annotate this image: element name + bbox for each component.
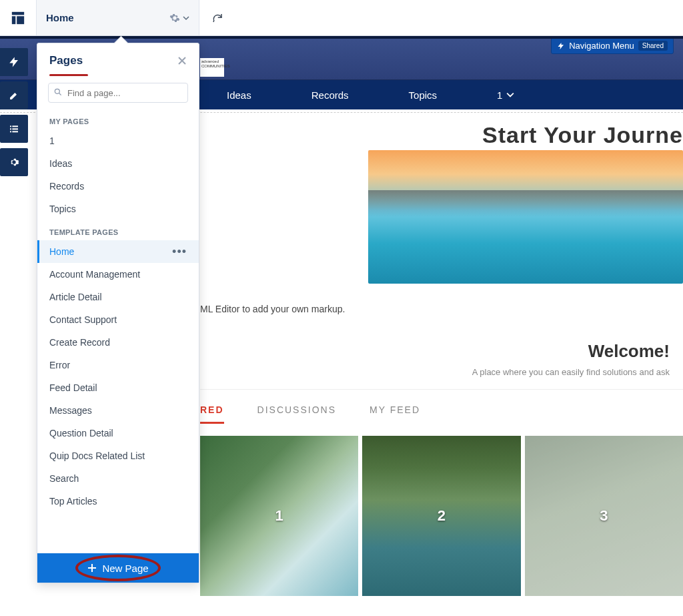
shared-badge: Shared: [638, 41, 668, 51]
page-item[interactable]: Records: [37, 175, 199, 198]
svg-rect-0: [12, 11, 24, 15]
page-item[interactable]: Feed Detail: [37, 376, 199, 399]
rail-edit-button[interactable]: [0, 81, 28, 109]
svg-rect-7: [10, 131, 11, 132]
navigation-menu-label: Navigation Menu: [569, 41, 634, 51]
search-input[interactable]: [48, 83, 188, 103]
svg-rect-4: [12, 125, 18, 127]
hero-image: [368, 150, 683, 284]
page-item[interactable]: Contact Support: [37, 308, 199, 331]
page-item[interactable]: Create Record: [37, 331, 199, 354]
topic-card[interactable]: 2: [362, 436, 520, 596]
app-logo[interactable]: [0, 0, 37, 35]
svg-rect-6: [12, 128, 18, 129]
left-rail: [0, 36, 29, 176]
refresh-icon[interactable]: [211, 12, 223, 24]
new-page-label: New Page: [102, 563, 148, 574]
current-page-label: Home: [46, 12, 74, 23]
svg-point-9: [55, 89, 59, 93]
page-item[interactable]: Top Articles: [37, 490, 199, 513]
popover-title: Pages: [49, 54, 83, 67]
title-underline-mark: [49, 74, 88, 76]
list-icon: [9, 123, 19, 134]
nav-item[interactable]: 1: [497, 89, 514, 101]
gear-icon: [9, 157, 19, 168]
top-bar: Home: [0, 0, 683, 36]
close-icon[interactable]: [177, 56, 187, 65]
svg-rect-2: [17, 16, 24, 24]
page-selector[interactable]: Home: [37, 0, 199, 35]
nav-item[interactable]: Records: [311, 89, 349, 101]
rail-settings-button[interactable]: [0, 148, 28, 176]
page-item[interactable]: Topics: [37, 198, 199, 220]
search-icon: [53, 87, 63, 97]
pages-popover: Pages MY PAGES 1 Ideas Records Topics TE…: [37, 43, 199, 583]
chevron-down-icon: [506, 91, 514, 99]
svg-rect-3: [10, 125, 11, 127]
page-item-home[interactable]: Home •••: [37, 240, 199, 263]
pencil-icon: [9, 90, 19, 101]
nav-item[interactable]: Topics: [409, 89, 438, 101]
lightning-icon: [557, 42, 565, 50]
svg-rect-8: [12, 131, 18, 132]
page-item[interactable]: Messages: [37, 399, 199, 422]
page-item[interactable]: 1: [37, 129, 199, 152]
tab-myfeed[interactable]: MY FEED: [370, 404, 420, 424]
plus-icon: [87, 563, 97, 573]
navigation-menu-button[interactable]: Navigation Menu Shared: [551, 37, 674, 54]
hero-headline: Start Your Journe: [482, 122, 683, 148]
rail-list-button[interactable]: [0, 115, 28, 143]
page-item[interactable]: Quip Docs Related List: [37, 444, 199, 467]
svg-rect-1: [12, 16, 16, 24]
page-item[interactable]: Search: [37, 467, 199, 490]
page-item[interactable]: Article Detail: [37, 286, 199, 308]
section-template-pages: TEMPLATE PAGES: [37, 220, 199, 240]
topic-card[interactable]: 1: [200, 436, 358, 596]
layout-icon: [11, 11, 25, 25]
tab-featured[interactable]: RED: [200, 404, 224, 424]
rail-lightning-button[interactable]: [0, 48, 28, 76]
lightning-icon: [8, 56, 20, 68]
pages-scroll[interactable]: MY PAGES 1 Ideas Records Topics TEMPLATE…: [37, 109, 199, 553]
section-my-pages: MY PAGES: [37, 109, 199, 129]
caret-down-icon[interactable]: [183, 15, 189, 21]
page-item[interactable]: Ideas: [37, 152, 199, 175]
page-item[interactable]: Error: [37, 354, 199, 376]
page-search: [48, 83, 188, 103]
gear-icon[interactable]: [169, 13, 180, 23]
topic-card[interactable]: 3: [525, 436, 683, 596]
nav-item[interactable]: Ideas: [227, 89, 251, 101]
svg-rect-5: [10, 128, 11, 129]
toolbar-right: [199, 0, 683, 35]
tab-discussions[interactable]: DISCUSSIONS: [257, 404, 336, 424]
brand-badge: advancedCOMMUNITIES: [200, 58, 224, 77]
page-item[interactable]: Question Detail: [37, 422, 199, 444]
page-item[interactable]: Account Management: [37, 263, 199, 286]
new-page-button[interactable]: New Page: [37, 553, 199, 583]
